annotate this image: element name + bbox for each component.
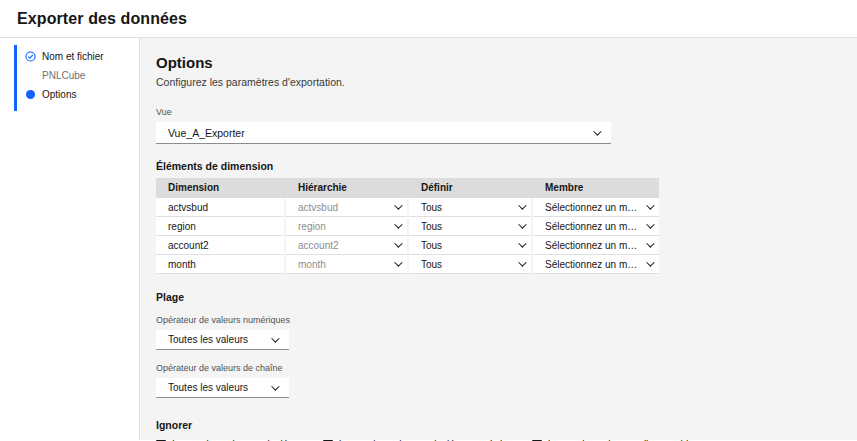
dimension-name-field[interactable]: month xyxy=(156,255,284,274)
vue-label: Vue xyxy=(156,107,857,117)
column-header-definir: Définir xyxy=(409,178,531,197)
membre-value: Sélectionnez un membre xyxy=(545,259,638,270)
definir-dropdown[interactable]: Tous xyxy=(409,198,531,217)
options-panel: Options Configurez les paramètres d'expo… xyxy=(140,38,857,440)
hierarchy-dropdown: month xyxy=(286,255,407,274)
string-operator-label: Opérateur de valeurs de chaîne xyxy=(156,363,857,373)
step-label: Options xyxy=(42,89,76,100)
dialog-header: Exporter des données xyxy=(0,0,857,38)
hierarchy-value: account2 xyxy=(298,240,339,251)
options-subheading: Configurez les paramètres d'exportation. xyxy=(156,76,857,88)
dimension-name: region xyxy=(168,221,196,232)
string-operator-dropdown[interactable]: Toutes les valeurs xyxy=(156,378,289,398)
string-operator-value: Toutes les valeurs xyxy=(168,382,248,393)
dimension-name: actvsbud xyxy=(168,202,208,213)
dimension-name-field[interactable]: actvsbud xyxy=(156,198,284,217)
chevron-down-icon xyxy=(518,258,526,266)
sidebar-step-nom-et-fichier[interactable]: Nom et fichier xyxy=(0,47,139,66)
membre-dropdown[interactable]: Sélectionnez un membre xyxy=(533,198,659,217)
plage-title: Plage xyxy=(156,291,857,303)
chevron-down-icon xyxy=(518,239,526,247)
table-row: month month Tous Sélectionnez un membre xyxy=(156,255,659,274)
sidebar-step-options[interactable]: Options xyxy=(0,85,139,104)
membre-dropdown[interactable]: Sélectionnez un membre xyxy=(533,217,659,236)
chevron-down-icon xyxy=(518,201,526,209)
dimension-name-field[interactable]: region xyxy=(156,217,284,236)
numeric-operator-value: Toutes les valeurs xyxy=(168,334,248,345)
membre-dropdown[interactable]: Sélectionnez un membre xyxy=(533,236,659,255)
options-heading: Options xyxy=(156,54,857,71)
page-title: Exporter des données xyxy=(17,10,187,28)
membre-value: Sélectionnez un membre xyxy=(545,240,638,251)
dimension-elements-title: Éléments de dimension xyxy=(156,160,857,172)
hierarchy-dropdown: actvsbud xyxy=(286,198,407,217)
dialog-body: Nom et fichier PNLCube Options Options C… xyxy=(0,38,857,440)
column-header-hierarchie: Hiérarchie xyxy=(286,178,407,197)
chevron-down-icon xyxy=(518,220,526,228)
hierarchy-dropdown: region xyxy=(286,217,407,236)
chevron-down-icon xyxy=(271,382,279,390)
ignorer-title: Ignorer xyxy=(156,419,857,431)
chevron-down-icon xyxy=(646,201,654,209)
dimension-name: month xyxy=(168,259,196,270)
table-row: region region Tous Sélectionnez un membr… xyxy=(156,217,659,236)
current-step-dot-icon xyxy=(25,89,36,100)
definir-value: Tous xyxy=(421,221,442,232)
column-header-dimension: Dimension xyxy=(156,178,284,197)
definir-dropdown[interactable]: Tous xyxy=(409,236,531,255)
chevron-down-icon xyxy=(646,258,654,266)
chevron-down-icon xyxy=(646,239,654,247)
membre-value: Sélectionnez un membre xyxy=(545,202,638,213)
chevron-down-icon xyxy=(394,201,402,209)
hierarchy-value: month xyxy=(298,259,326,270)
vue-dropdown[interactable]: Vue_A_Exporter xyxy=(156,122,611,144)
step-sub-label: PNLCube xyxy=(42,70,85,81)
chevron-down-icon xyxy=(394,239,402,247)
hierarchy-dropdown: account2 xyxy=(286,236,407,255)
membre-value: Sélectionnez un membre xyxy=(545,221,638,232)
table-row: actvsbud actvsbud Tous Sélectionnez un m… xyxy=(156,198,659,217)
column-header-membre: Membre xyxy=(533,178,659,197)
definir-dropdown[interactable]: Tous xyxy=(409,255,531,274)
chevron-down-icon xyxy=(394,258,402,266)
numeric-operator-dropdown[interactable]: Toutes les valeurs xyxy=(156,330,289,350)
current-steps-accent-bar xyxy=(14,45,17,111)
dimension-table: Dimension Hiérarchie Définir Membre actv… xyxy=(156,178,659,274)
chevron-down-icon xyxy=(593,127,601,135)
steps-sidebar: Nom et fichier PNLCube Options xyxy=(0,38,140,440)
definir-dropdown[interactable]: Tous xyxy=(409,217,531,236)
definir-value: Tous xyxy=(421,259,442,270)
check-circle-icon xyxy=(25,51,36,62)
dimension-name: account2 xyxy=(168,240,209,251)
numeric-operator-label: Opérateur de valeurs numériques xyxy=(156,315,857,325)
dimension-name-field[interactable]: account2 xyxy=(156,236,284,255)
chevron-down-icon xyxy=(394,220,402,228)
definir-value: Tous xyxy=(421,240,442,251)
step-label: Nom et fichier xyxy=(42,51,104,62)
hierarchy-value: region xyxy=(298,221,326,232)
membre-dropdown[interactable]: Sélectionnez un membre xyxy=(533,255,659,274)
chevron-down-icon xyxy=(271,334,279,342)
sidebar-step-detail-pnlcube: PNLCube xyxy=(0,66,139,85)
dimension-table-header: Dimension Hiérarchie Définir Membre xyxy=(156,178,659,198)
definir-value: Tous xyxy=(421,202,442,213)
hierarchy-value: actvsbud xyxy=(298,202,338,213)
vue-dropdown-value: Vue_A_Exporter xyxy=(168,127,245,139)
chevron-down-icon xyxy=(646,220,654,228)
table-row: account2 account2 Tous Sélectionnez un m… xyxy=(156,236,659,255)
